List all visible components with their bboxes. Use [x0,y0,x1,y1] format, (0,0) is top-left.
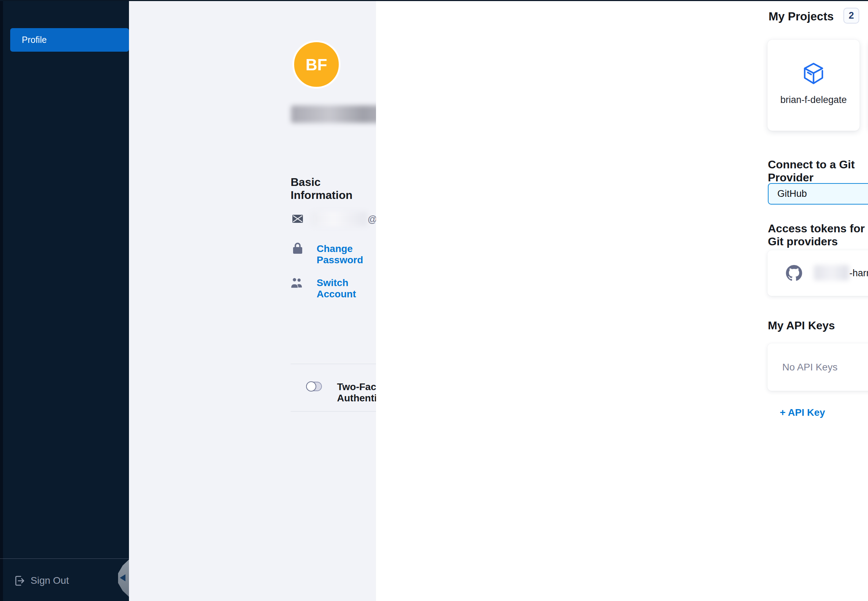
sign-out-icon [14,575,24,587]
basic-information-title: Basic Information [291,176,376,202]
harness-profile-page: BF Basic Information @harness.io Change … [0,0,868,601]
project-name: brian-f-delegate [780,95,847,105]
git-provider-title: Connect to a Git Provider [768,158,868,184]
lock-icon [293,242,303,255]
projects-count: 2 [849,10,854,21]
token-row: -harness GitHub [767,250,868,296]
github-icon [786,265,802,281]
project-cube-icon [803,61,824,85]
change-password-link[interactable]: Change Password [317,243,376,266]
projects-count-badge: 2 [844,8,859,24]
redacted-token-username [814,265,849,281]
access-tokens-title: Access tokens for Git providers [768,222,868,248]
switch-account-icon [291,277,304,288]
avatar-initials: BF [306,55,327,74]
sidebar: Profile Sign Out [0,0,129,601]
project-card[interactable]: brian-f-delegate [767,40,860,131]
sidebar-divider [0,558,129,559]
sign-out-label: Sign Out [30,575,69,586]
redacted-email-local-part [311,212,367,226]
collapse-arrow-icon [120,574,125,581]
profile-panel: BF Basic Information @harness.io Change … [129,0,376,601]
window-top-edge [0,0,868,1]
token-username-suffix: -harness [850,268,868,279]
sidebar-item-profile[interactable]: Profile [10,28,129,52]
main-panel: My Projects 2 brian-f-delegate delegateA… [376,0,868,601]
email-icon [292,215,303,223]
sign-out-button[interactable]: Sign Out [14,573,69,588]
api-keys-empty-card: No API Keys [767,343,868,391]
avatar: BF [292,40,341,88]
two-factor-toggle[interactable] [306,382,322,391]
toggle-knob [306,381,316,392]
git-provider-select[interactable]: GitHub [768,183,868,204]
my-projects-title: My Projects [769,10,834,23]
switch-account-link[interactable]: Switch Account [317,277,376,300]
api-keys-empty-text: No API Keys [782,362,838,373]
api-keys-title: My API Keys [768,319,835,332]
add-api-key-button[interactable]: + API Key [780,407,825,418]
git-provider-value: GitHub [777,188,868,199]
